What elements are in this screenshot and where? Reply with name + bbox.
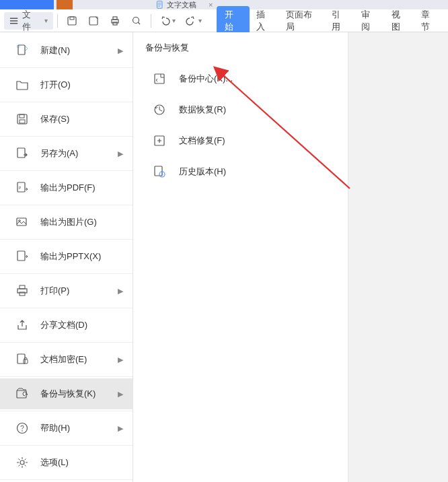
svg-rect-5 bbox=[113, 17, 117, 20]
print-button[interactable] bbox=[105, 12, 125, 30]
svg-rect-24 bbox=[17, 251, 25, 261]
menu-export-image[interactable]: 输出为图片(G) bbox=[0, 207, 133, 238]
menu-new-label: 新建(N) bbox=[40, 44, 70, 57]
pptx-icon bbox=[15, 249, 30, 264]
ribbon-tab-references[interactable]: 引用 bbox=[325, 6, 354, 36]
svg-rect-14 bbox=[18, 45, 25, 55]
document-tab[interactable]: 文字文稿 × bbox=[149, 0, 219, 9]
backup-center-icon bbox=[152, 71, 167, 86]
print-preview-button[interactable] bbox=[126, 12, 147, 30]
menu-backup[interactable]: 备份与恢复(K) ▶ bbox=[0, 378, 133, 409]
svg-rect-26 bbox=[20, 285, 25, 289]
menu-open[interactable]: 打开(O) bbox=[0, 69, 133, 100]
separator bbox=[57, 14, 58, 28]
menu-save-label: 保存(S) bbox=[40, 113, 69, 125]
open-icon bbox=[15, 77, 30, 92]
gear-icon bbox=[15, 455, 30, 470]
save-button[interactable] bbox=[62, 12, 82, 30]
menu-export-pptx[interactable]: 输出为PPTX(X) bbox=[0, 241, 133, 272]
menu-share[interactable]: 分享文档(D) bbox=[0, 310, 133, 341]
submenu-history-label: 历史版本(H) bbox=[179, 166, 226, 178]
backup-icon bbox=[15, 386, 30, 401]
undo-button[interactable]: ▾ bbox=[155, 12, 180, 30]
ribbon-tab-pagelayout[interactable]: 页面布局 bbox=[279, 6, 325, 36]
menu-help-label: 帮助(H) bbox=[40, 422, 70, 434]
submenu-doc-repair-label: 文档修复(F) bbox=[179, 135, 225, 147]
close-icon[interactable]: × bbox=[209, 1, 213, 9]
ribbon-tab-insert[interactable]: 插入 bbox=[250, 6, 279, 36]
svg-rect-38 bbox=[155, 166, 162, 176]
submenu-backup-center[interactable]: 备份中心(K)... bbox=[144, 63, 337, 94]
file-menu-label: 文件 bbox=[22, 9, 38, 33]
doc-repair-icon bbox=[152, 133, 167, 148]
chevron-right-icon: ▶ bbox=[118, 287, 123, 296]
menu-encrypt-label: 文档加密(E) bbox=[40, 353, 87, 366]
ribbon-tab-chapter[interactable]: 章节 bbox=[414, 6, 444, 36]
svg-point-33 bbox=[20, 460, 24, 464]
svg-rect-19 bbox=[17, 148, 25, 158]
print-icon bbox=[15, 283, 30, 298]
chevron-right-icon: ▶ bbox=[118, 390, 123, 399]
menu-options-label: 选项(L) bbox=[40, 456, 69, 469]
menu-help[interactable]: 帮助(H) ▶ bbox=[0, 413, 133, 444]
svg-rect-2 bbox=[70, 17, 74, 20]
menu-save-as[interactable]: 另存为(A) ▶ bbox=[0, 138, 133, 169]
submenu-data-recovery[interactable]: 数据恢复(R) bbox=[144, 94, 337, 125]
file-menu-button[interactable]: 文件 ▾ bbox=[4, 12, 53, 30]
ribbon-tab-review[interactable]: 审阅 bbox=[354, 6, 384, 36]
chevron-right-icon: ▶ bbox=[118, 46, 123, 55]
svg-rect-1 bbox=[68, 17, 76, 25]
svg-rect-17 bbox=[20, 114, 24, 118]
share-icon bbox=[15, 318, 30, 333]
menu-export-image-label: 输出为图片(G) bbox=[40, 216, 97, 228]
svg-rect-29 bbox=[24, 359, 28, 364]
ribbon-tab-start[interactable]: 开始 bbox=[217, 6, 249, 36]
chevron-right-icon: ▶ bbox=[118, 355, 123, 364]
save-icon bbox=[15, 112, 30, 127]
menu-save[interactable]: 保存(S) bbox=[0, 104, 133, 135]
document-canvas bbox=[348, 32, 448, 482]
menu-export-pdf-label: 输出为PDF(F) bbox=[40, 182, 96, 194]
doc-app-icon bbox=[57, 0, 73, 9]
ribbon-tabs: 开始 插入 页面布局 引用 审阅 视图 章节 bbox=[217, 6, 444, 36]
svg-rect-18 bbox=[20, 120, 25, 123]
history-icon bbox=[152, 164, 167, 179]
file-menu-list: 新建(N) ▶ 打开(O) 保存(S) 另存为(A) ▶ P 输出为PDF(F)… bbox=[0, 32, 133, 482]
submenu-backup-center-label: 备份中心(K)... bbox=[179, 73, 233, 85]
submenu-doc-repair[interactable]: 文档修复(F) bbox=[144, 125, 337, 156]
pdf-icon: P bbox=[15, 180, 30, 195]
submenu-history[interactable]: 历史版本(H) bbox=[144, 156, 337, 187]
svg-point-32 bbox=[22, 430, 23, 432]
chevron-down-icon: ▾ bbox=[172, 17, 176, 24]
menu-print-label: 打印(P) bbox=[40, 285, 69, 297]
data-recovery-icon bbox=[152, 102, 167, 117]
help-icon bbox=[15, 421, 30, 436]
svg-rect-35 bbox=[155, 74, 164, 83]
menu-open-label: 打开(O) bbox=[40, 79, 71, 91]
hamburger-icon bbox=[9, 17, 18, 25]
menu-options[interactable]: 选项(L) bbox=[0, 447, 133, 478]
chevron-down-icon: ▾ bbox=[198, 17, 202, 24]
menu-share-label: 分享文档(D) bbox=[40, 319, 87, 331]
doc-tab-label: 文字文稿 bbox=[167, 0, 196, 10]
menu-print[interactable]: 打印(P) ▶ bbox=[0, 275, 133, 306]
menu-encrypt[interactable]: 文档加密(E) ▶ bbox=[0, 344, 133, 375]
ribbon-tab-view[interactable]: 视图 bbox=[385, 6, 414, 36]
separator bbox=[151, 14, 151, 28]
submenu-data-recovery-label: 数据恢复(R) bbox=[179, 104, 226, 116]
redo-button[interactable]: ▾ bbox=[181, 12, 206, 30]
chevron-right-icon: ▶ bbox=[118, 149, 123, 158]
menu-export-pptx-label: 输出为PPTX(X) bbox=[40, 250, 101, 263]
save-as-button[interactable] bbox=[83, 12, 104, 30]
doc-file-icon bbox=[156, 1, 164, 9]
quick-access-bar: 文件 ▾ ▾ ▾ 开始 插入 页面布局 引用 审阅 视图 章节 bbox=[0, 9, 448, 32]
menu-export-pdf[interactable]: P 输出为PDF(F) bbox=[0, 172, 133, 203]
lock-icon bbox=[15, 352, 30, 367]
svg-rect-16 bbox=[17, 114, 27, 124]
file-menu-panel: 新建(N) ▶ 打开(O) 保存(S) 另存为(A) ▶ P 输出为PDF(F)… bbox=[0, 32, 448, 482]
svg-rect-22 bbox=[17, 218, 26, 226]
image-icon bbox=[15, 215, 30, 230]
menu-save-as-label: 另存为(A) bbox=[40, 147, 78, 160]
menu-new[interactable]: 新建(N) ▶ bbox=[0, 35, 133, 66]
chevron-down-icon: ▾ bbox=[44, 17, 48, 24]
